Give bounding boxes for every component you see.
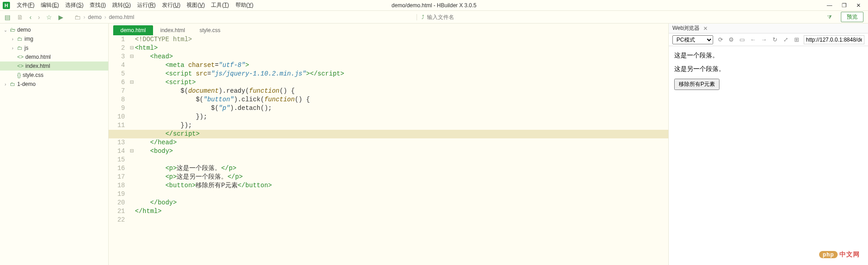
reload-icon[interactable]: ↻ [771,36,778,43]
tree-node[interactable]: {}style.css [0,71,108,80]
crumb-item[interactable]: demo.html [109,14,134,20]
qr-icon[interactable]: ⊞ [793,36,800,43]
refresh-icon[interactable]: ⟳ [717,36,724,43]
breadcrumb: 🗀 › demo › demo.html [74,14,134,21]
menu-t[interactable]: 工具(T) [208,0,232,10]
menu-u[interactable]: 发行(U) [159,0,184,10]
tree-label: demo.html [25,54,51,60]
watermark-php: php [819,251,838,258]
tree-label: 1-demo [17,81,36,87]
window-title: demo/demo.html - HBuilder X 3.0.5 [392,2,476,9]
search-input[interactable] [427,14,545,20]
editor-tab[interactable]: index.html [153,25,192,35]
minimize-button[interactable]: — [826,2,833,9]
tree-label: js [24,45,29,51]
folder-icon: 🗀 [17,36,23,42]
expander-icon[interactable]: › [10,37,15,42]
new-file-icon[interactable]: ▤ [5,14,10,21]
file-icon: <> [17,54,24,60]
tree-label: style.css [23,72,43,78]
editor-tab[interactable]: demo.html [113,25,153,35]
folder-icon: 🗀 [17,45,23,51]
tree-node[interactable]: <>demo.html [0,52,108,62]
filter-icon[interactable]: ⧩ [827,14,832,20]
gear-icon[interactable]: ⚙ [728,36,735,43]
menu-f[interactable]: 文件(F) [14,0,38,10]
web-browser-panel: Web浏览器 ✕ PC模式 ⟳ ⚙ ▭ ← → ↻ ⤢ ⊞ 这是一个段落。 这是… [669,24,868,265]
menu-y[interactable]: 帮助(Y) [232,0,257,10]
browser-tab: Web浏览器 ✕ [669,24,868,33]
lock-icon[interactable]: ⤢ [782,36,789,43]
close-icon[interactable]: ✕ [703,25,708,32]
paragraph: 这是另一个段落。 [674,65,863,73]
folder-icon: 🗀 [74,14,81,21]
browser-viewport: 这是一个段落。 这是另一个段落。 移除所有P元素 [669,46,868,265]
nav-back-icon[interactable]: ‹ [29,14,32,21]
back-icon[interactable]: ← [749,36,757,43]
menu-list: 文件(F)编辑(E)选择(S)查找(I)跳转(G)运行(R)发行(U)视图(V)… [14,0,257,10]
window-controls: — ❐ ✕ [826,2,865,9]
nav-forward-icon[interactable]: › [38,14,40,21]
file-icon: <> [17,63,24,69]
expander-icon[interactable]: › [10,46,15,51]
tree-label: index.html [25,63,50,69]
folder-icon: 🗀 [10,81,15,87]
tree-node[interactable]: ›🗀1-demo [0,80,108,89]
app-logo: H [3,2,10,9]
remove-p-button[interactable]: 移除所有P元素 [674,79,719,90]
search-arrow-icon[interactable]: ⤴ [422,14,424,20]
tree-node[interactable]: ⌄🗁demo [0,25,108,34]
tree-label: demo [17,27,31,33]
browser-mode-select[interactable]: PC模式 [672,35,713,44]
tree-node[interactable]: ›🗀js [0,43,108,52]
run-icon[interactable]: ▶ [58,14,63,21]
project-tree: ⌄🗁demo›🗀img›🗀js<>demo.html<>index.html{}… [0,24,109,265]
tree-label: img [24,36,33,42]
code-editor[interactable]: 12345678910111213141516171819202122 ⊟⊟⊟⊟… [109,35,668,265]
preview-button[interactable]: 预览 [841,12,863,22]
editor-tab[interactable]: style.css [192,25,228,35]
save-icon[interactable]: 🗎 [17,14,23,21]
editor-area: demo.htmlindex.htmlstyle.css 12345678910… [109,24,669,265]
browser-tab-label: Web浏览器 [672,24,700,32]
window-icon[interactable]: ▭ [739,36,746,43]
star-icon[interactable]: ☆ [46,14,52,21]
menu-e[interactable]: 编辑(E) [38,0,62,10]
editor-tabs: demo.htmlindex.htmlstyle.css [109,24,668,35]
maximize-button[interactable]: ❐ [841,2,847,9]
expander-icon[interactable]: ⌄ [3,28,8,33]
forward-icon[interactable]: → [760,36,767,43]
menu-g[interactable]: 跳转(G) [109,0,134,10]
crumb-item[interactable]: demo [88,14,101,20]
folder-icon: 🗁 [10,27,15,33]
tree-node[interactable]: ›🗀img [0,34,108,43]
file-icon: {} [17,72,21,78]
menu-r[interactable]: 运行(R) [134,0,159,10]
menu-s[interactable]: 选择(S) [62,0,86,10]
file-search: ⤴ [417,14,545,20]
expander-icon[interactable]: › [3,82,8,87]
tree-node[interactable]: <>index.html [0,62,108,71]
url-input[interactable] [804,35,864,44]
browser-toolbar: PC模式 ⟳ ⚙ ▭ ← → ↻ ⤢ ⊞ [669,33,868,46]
watermark: php中文网 [819,251,860,259]
menu-bar: H 文件(F)编辑(E)选择(S)查找(I)跳转(G)运行(R)发行(U)视图(… [0,0,868,11]
toolbar: ▤ 🗎 ‹ › ☆ ▶ 🗀 › demo › demo.html ⤴ ⧩ 预览 [0,11,868,24]
close-button[interactable]: ✕ [855,2,862,9]
menu-v[interactable]: 视图(V) [183,0,208,10]
watermark-cn: 中文网 [839,251,860,258]
paragraph: 这是一个段落。 [674,52,863,60]
menu-i[interactable]: 查找(I) [86,0,109,10]
